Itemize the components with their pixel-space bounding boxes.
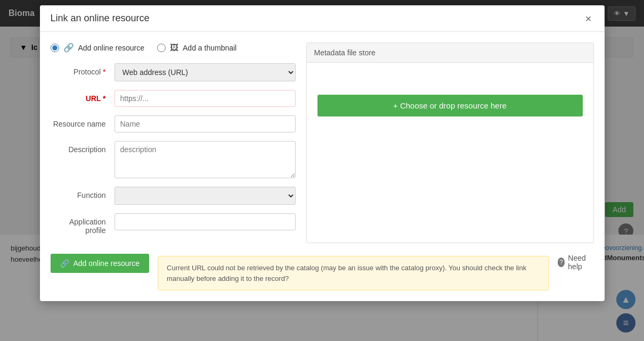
need-help-link[interactable]: ? Need help xyxy=(558,254,594,271)
radio-online-label: Add online resource xyxy=(78,44,145,52)
modal-header: Link an online resource × xyxy=(40,5,605,32)
description-form-group: Description xyxy=(51,141,296,178)
url-input[interactable] xyxy=(115,90,296,107)
link-icon-btn: 🔗 xyxy=(60,259,69,268)
function-select[interactable] xyxy=(115,187,296,205)
function-label: Function xyxy=(51,187,115,199)
url-form-group: URL xyxy=(51,90,296,107)
modal-footer: 🔗 Add online resource Current URL could … xyxy=(40,254,605,301)
file-panel: Metadata file store + Choose or drop res… xyxy=(306,43,594,243)
drop-zone-button[interactable]: + Choose or drop resource here xyxy=(317,95,583,117)
resource-name-label: Resource name xyxy=(51,115,115,128)
resource-name-input[interactable] xyxy=(115,115,296,132)
radio-option-online[interactable]: 🔗 Add online resource xyxy=(51,43,145,53)
modal-body: 🔗 Add online resource 🖼 Add a thumbnail … xyxy=(40,32,605,254)
link-icon: 🔗 xyxy=(63,43,74,53)
modal-overlay: Link an online resource × 🔗 Add online r… xyxy=(0,0,644,341)
protocol-select[interactable]: Web address (URL) xyxy=(115,63,296,81)
description-textarea[interactable] xyxy=(115,141,296,178)
protocol-form-group: Protocol Web address (URL) xyxy=(51,63,296,81)
url-label: URL xyxy=(51,90,115,103)
need-help-label: Need help xyxy=(568,254,593,271)
modal-close-button[interactable]: × xyxy=(583,13,594,24)
link-resource-modal: Link an online resource × 🔗 Add online r… xyxy=(40,5,605,301)
modal-title: Link an online resource xyxy=(51,13,150,24)
protocol-label: Protocol xyxy=(51,63,115,76)
radio-tab-group: 🔗 Add online resource 🖼 Add a thumbnail xyxy=(51,43,296,53)
radio-option-thumbnail[interactable]: 🖼 Add a thumbnail xyxy=(157,43,237,53)
function-form-group: Function xyxy=(51,187,296,205)
add-resource-label: Add online resource xyxy=(74,259,140,268)
file-panel-body: + Choose or drop resource here xyxy=(307,63,593,148)
resource-name-form-group: Resource name xyxy=(51,115,296,132)
warning-alert: Current URL could not be retrieved by th… xyxy=(158,256,549,290)
radio-thumbnail-label: Add a thumbnail xyxy=(183,44,237,52)
add-resource-button[interactable]: 🔗 Add online resource xyxy=(51,254,150,273)
image-icon: 🖼 xyxy=(170,43,178,53)
warning-text: Current URL could not be retrieved by th… xyxy=(167,264,526,282)
file-panel-header: Metadata file store xyxy=(307,43,593,63)
app-profile-input[interactable] xyxy=(115,213,296,230)
app-profile-label: Applicationprofile xyxy=(51,213,115,235)
description-label: Description xyxy=(51,141,115,154)
radio-online-resource[interactable] xyxy=(51,44,59,52)
form-panel: 🔗 Add online resource 🖼 Add a thumbnail … xyxy=(51,43,296,243)
radio-thumbnail[interactable] xyxy=(157,44,166,52)
help-icon: ? xyxy=(558,257,565,267)
app-profile-form-group: Applicationprofile xyxy=(51,213,296,235)
